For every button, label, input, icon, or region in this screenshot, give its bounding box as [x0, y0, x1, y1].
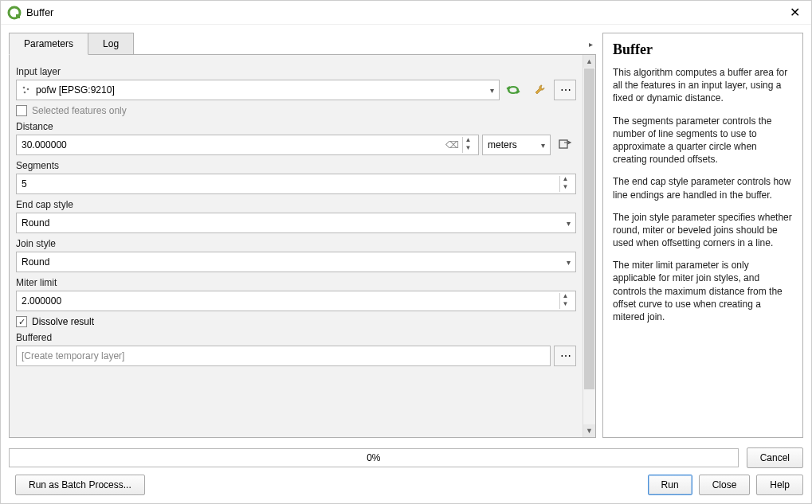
- end-cap-label: End cap style: [16, 199, 576, 210]
- dissolve-checkbox[interactable]: [16, 316, 27, 327]
- content-area: Parameters Log ▸ Input layer pofw [EPSG:…: [1, 25, 811, 446]
- parameters-panel: Input layer pofw [EPSG:9210] ▾: [9, 54, 596, 438]
- wrench-icon: [532, 83, 547, 97]
- data-defined-icon: [558, 139, 572, 151]
- footer-row: Run as Batch Process... Run Close Help: [1, 475, 811, 503]
- segments-spinner[interactable]: ▲▼: [559, 176, 571, 192]
- tabs-row: Parameters Log ▸: [9, 33, 596, 55]
- join-style-label: Join style: [16, 238, 576, 249]
- buffered-label: Buffered: [16, 332, 576, 343]
- close-button[interactable]: Close: [699, 475, 751, 495]
- svg-rect-1: [16, 14, 20, 18]
- distance-spinner[interactable]: ▲▼: [462, 137, 473, 153]
- run-button[interactable]: Run: [648, 475, 692, 495]
- buffered-output-input[interactable]: [Create temporary layer]: [16, 346, 551, 366]
- iterate-icon: [505, 83, 523, 97]
- help-button[interactable]: Help: [756, 475, 803, 495]
- window-title: Buffer: [26, 6, 785, 18]
- left-column: Parameters Log ▸ Input layer pofw [EPSG:…: [9, 33, 596, 438]
- end-cap-value: Round: [22, 217, 49, 229]
- scroll-thumb[interactable]: [584, 68, 594, 389]
- dialog-window: Buffer ✕ Parameters Log ▸ Input layer: [0, 0, 812, 504]
- join-style-combo[interactable]: Round ▾: [16, 252, 576, 272]
- browse-output-button[interactable]: [554, 346, 576, 366]
- miter-limit-value: 2.000000: [22, 295, 61, 307]
- dissolve-label: Dissolve result: [32, 316, 94, 327]
- clear-distance-icon[interactable]: ⌫: [442, 139, 462, 150]
- chevron-down-icon: ▾: [541, 141, 545, 150]
- selected-features-checkbox[interactable]: [16, 105, 27, 116]
- dissolve-row: Dissolve result: [16, 316, 576, 327]
- miter-limit-input[interactable]: 2.000000 ▲▼: [16, 291, 576, 311]
- help-paragraph: The miter limit parameter is only applic…: [613, 259, 793, 323]
- segments-label: Segments: [16, 160, 576, 171]
- help-paragraph: The end cap style parameter controls how…: [613, 175, 793, 201]
- form-scrollbar[interactable]: ▲ ▼: [583, 55, 595, 437]
- input-layer-label: Input layer: [16, 66, 576, 77]
- help-paragraph: The segments parameter controls the numb…: [613, 115, 793, 166]
- progress-bar: 0%: [9, 448, 739, 467]
- advanced-options-button[interactable]: [528, 80, 551, 100]
- help-panel: Buffer This algorithm computes a buffer …: [602, 33, 803, 438]
- selected-features-label: Selected features only: [32, 105, 127, 116]
- scroll-track[interactable]: [583, 68, 595, 424]
- ellipsis-icon: [560, 351, 570, 361]
- input-layer-value: pofw [EPSG:9210]: [36, 84, 115, 96]
- close-icon[interactable]: ✕: [785, 3, 805, 21]
- form-area: Input layer pofw [EPSG:9210] ▾: [10, 55, 583, 437]
- titlebar: Buffer ✕: [1, 1, 811, 25]
- distance-unit-select[interactable]: meters ▾: [482, 135, 551, 155]
- collapse-help-panel-icon[interactable]: ▸: [586, 38, 596, 50]
- buffered-placeholder: [Create temporary layer]: [22, 350, 545, 361]
- input-layer-combo[interactable]: pofw [EPSG:9210] ▾: [16, 80, 500, 100]
- join-style-value: Round: [22, 256, 49, 268]
- data-defined-distance-button[interactable]: [554, 135, 576, 155]
- selected-features-row: Selected features only: [16, 105, 576, 116]
- help-paragraph: This algorithm computes a buffer area fo…: [613, 66, 793, 105]
- svg-point-3: [27, 88, 29, 91]
- distance-unit-value: meters: [488, 139, 517, 150]
- tab-parameters[interactable]: Parameters: [9, 33, 88, 55]
- iterate-button[interactable]: [503, 80, 525, 100]
- segments-value: 5: [22, 178, 27, 189]
- help-paragraph: The join style parameter specifies wheth…: [613, 211, 793, 250]
- help-title: Buffer: [613, 41, 793, 58]
- ellipsis-icon: [560, 85, 570, 95]
- distance-input[interactable]: 30.000000 ⌫ ▲▼: [16, 135, 479, 155]
- browse-layer-button[interactable]: [554, 80, 576, 100]
- chevron-down-icon: ▾: [567, 219, 571, 228]
- segments-input[interactable]: 5 ▲▼: [16, 174, 576, 194]
- scroll-down-icon[interactable]: ▼: [583, 424, 595, 437]
- cancel-button[interactable]: Cancel: [747, 447, 803, 468]
- run-as-batch-button[interactable]: Run as Batch Process...: [15, 475, 145, 495]
- progress-text: 0%: [367, 452, 380, 463]
- miter-limit-label: Miter limit: [16, 277, 576, 288]
- chevron-down-icon: ▾: [567, 258, 571, 267]
- point-layer-icon: [22, 85, 31, 95]
- progress-row: 0% Cancel: [1, 447, 811, 468]
- scroll-up-icon[interactable]: ▲: [583, 55, 595, 68]
- qgis-logo-icon: [7, 6, 22, 20]
- tabs: Parameters Log: [9, 33, 134, 55]
- svg-rect-5: [559, 140, 567, 148]
- distance-value: 30.000000: [22, 139, 442, 150]
- miter-limit-spinner[interactable]: ▲▼: [559, 293, 571, 309]
- chevron-down-icon: ▾: [490, 86, 494, 95]
- svg-point-4: [24, 92, 26, 94]
- svg-point-2: [23, 87, 25, 89]
- tab-log[interactable]: Log: [88, 33, 134, 55]
- distance-label: Distance: [16, 121, 576, 132]
- end-cap-combo[interactable]: Round ▾: [16, 213, 576, 233]
